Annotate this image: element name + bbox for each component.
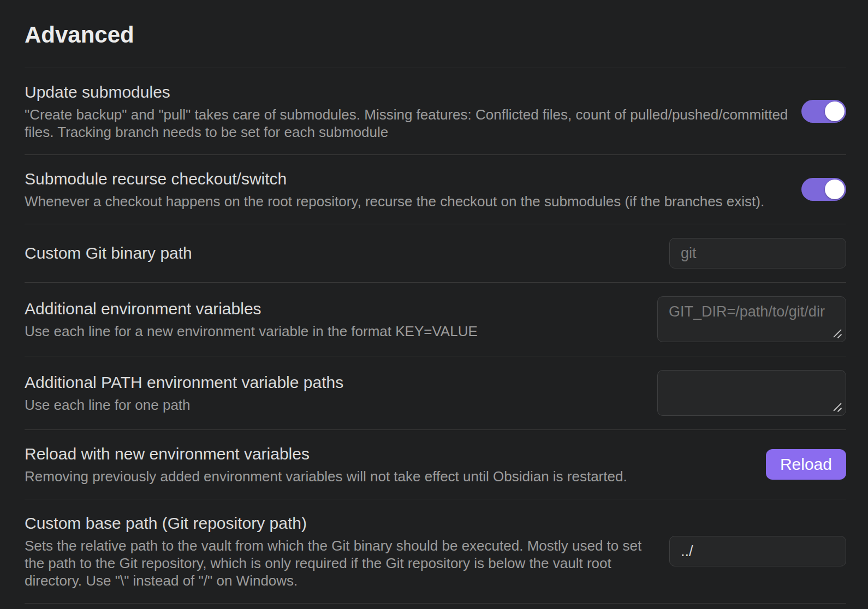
setting-description: Use each line for a new environment vari… <box>25 323 644 340</box>
setting-name: Reload with new environment variables <box>25 444 753 464</box>
setting-description: Whenever a checkout happens on the root … <box>25 193 788 210</box>
setting-name: Submodule recurse checkout/switch <box>25 169 788 189</box>
bottom-divider <box>25 603 846 604</box>
setting-description: "Create backup" and "pull" takes care of… <box>25 106 788 141</box>
setting-name: Update submodules <box>25 82 788 103</box>
reload-button[interactable]: Reload <box>766 449 846 480</box>
setting-item-path-env-paths: Additional PATH environment variable pat… <box>25 356 846 429</box>
setting-item-git-binary-path: Custom Git binary path <box>25 224 846 282</box>
setting-item-update-submodules: Update submodules "Create backup" and "p… <box>25 68 846 154</box>
setting-description: Sets the relative path to the vault from… <box>25 537 656 589</box>
setting-name: Custom Git binary path <box>25 243 656 264</box>
setting-info: Custom base path (Git repository path) S… <box>25 513 656 589</box>
setting-item-custom-base-path: Custom base path (Git repository path) S… <box>25 499 846 603</box>
custom-base-path-input[interactable] <box>669 536 846 566</box>
setting-control: Reload <box>766 449 846 480</box>
setting-info: Additional environment variables Use eac… <box>25 298 644 340</box>
setting-control <box>801 178 846 201</box>
setting-control <box>669 536 846 566</box>
setting-info: Update submodules "Create backup" and "p… <box>25 82 788 141</box>
setting-control <box>657 296 846 342</box>
textarea-wrap <box>657 370 846 416</box>
path-env-paths-textarea[interactable] <box>657 370 846 416</box>
resize-handle-icon[interactable] <box>833 329 842 338</box>
setting-control <box>669 238 846 268</box>
setting-item-submodule-recurse: Submodule recurse checkout/switch Whenev… <box>25 154 846 224</box>
setting-item-reload-env: Reload with new environment variables Re… <box>25 429 846 499</box>
setting-item-env-variables: Additional environment variables Use eac… <box>25 282 846 356</box>
toggle-knob <box>825 180 845 199</box>
textarea-wrap <box>657 296 846 342</box>
setting-description: Removing previously added environment va… <box>25 468 753 485</box>
git-binary-path-input[interactable] <box>669 238 846 268</box>
env-variables-textarea[interactable] <box>657 296 846 342</box>
setting-info: Custom Git binary path <box>25 243 656 264</box>
setting-control <box>801 100 846 123</box>
toggle-knob <box>825 101 845 121</box>
setting-info: Submodule recurse checkout/switch Whenev… <box>25 169 788 210</box>
update-submodules-toggle[interactable] <box>801 100 846 123</box>
setting-info: Additional PATH environment variable pat… <box>25 372 644 414</box>
settings-pane: Advanced Update submodules "Create backu… <box>0 0 868 604</box>
setting-description: Use each line for one path <box>25 396 644 414</box>
submodule-recurse-toggle[interactable] <box>801 178 846 201</box>
setting-name: Additional environment variables <box>25 298 644 319</box>
setting-control <box>657 370 846 416</box>
resize-handle-icon[interactable] <box>833 402 842 412</box>
setting-info: Reload with new environment variables Re… <box>25 444 753 485</box>
setting-name: Custom base path (Git repository path) <box>25 513 656 534</box>
setting-name: Additional PATH environment variable pat… <box>25 372 644 393</box>
page-title: Advanced <box>25 23 846 47</box>
